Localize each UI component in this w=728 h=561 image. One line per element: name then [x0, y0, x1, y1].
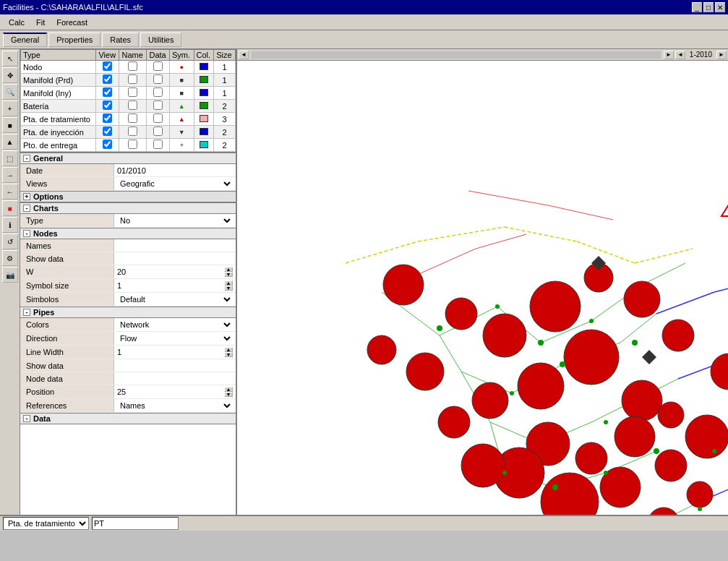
colors-select[interactable]: Network Flow Pressure	[117, 320, 233, 330]
cell-view[interactable]	[96, 126, 119, 139]
prop-symbol-size: Symbol size 1 ▲ ▼	[20, 279, 236, 293]
show-data-pipes-input[interactable]	[117, 361, 221, 370]
name-input[interactable]	[92, 517, 179, 530]
scroll-left-btn[interactable]: ◄	[239, 51, 249, 59]
zoom-tool[interactable]: 🔍	[2, 84, 18, 100]
data-checkbox[interactable]	[153, 74, 163, 84]
symbol-size-up[interactable]: ▲	[224, 280, 233, 286]
cell-data[interactable]	[147, 126, 170, 139]
line-width-up[interactable]: ▲	[224, 347, 233, 352]
cell-name[interactable]	[119, 87, 147, 100]
data-checkbox[interactable]	[153, 87, 163, 97]
tab-properties[interactable]: Properties	[48, 33, 100, 47]
cell-view[interactable]	[96, 100, 119, 113]
cell-data[interactable]	[147, 74, 170, 87]
network-view[interactable]	[237, 61, 728, 515]
cell-name[interactable]	[119, 126, 147, 139]
names-input[interactable]	[117, 241, 221, 250]
scroll-right-btn[interactable]: ►	[664, 51, 674, 59]
pointer-tool[interactable]: ↖	[2, 51, 18, 67]
symbol-size-down[interactable]: ▼	[224, 286, 233, 291]
cell-name[interactable]	[119, 61, 147, 74]
menu-forecast[interactable]: Forecast	[51, 15, 93, 30]
maximize-btn[interactable]: □	[703, 2, 714, 12]
cell-name[interactable]	[119, 100, 147, 113]
select-tool[interactable]: ⬚	[2, 150, 18, 166]
name-checkbox[interactable]	[128, 74, 137, 84]
view-checkbox[interactable]	[103, 87, 112, 97]
nav-next-btn[interactable]: ►	[716, 51, 727, 59]
table-row: Nodo ● 1	[21, 61, 236, 74]
position-down[interactable]: ▼	[224, 392, 233, 397]
w-down[interactable]: ▼	[224, 272, 233, 277]
cell-name[interactable]	[119, 139, 147, 152]
minimize-btn[interactable]: _	[692, 2, 702, 12]
cell-view[interactable]	[96, 74, 119, 87]
views-select[interactable]: Geografic Schematic	[117, 179, 233, 189]
name-checkbox[interactable]	[128, 140, 137, 149]
w-up[interactable]: ▲	[224, 267, 233, 272]
collapse-nodes[interactable]: -	[23, 230, 30, 237]
data-checkbox[interactable]	[153, 100, 163, 110]
view-checkbox[interactable]	[103, 100, 112, 110]
name-checkbox[interactable]	[128, 61, 137, 71]
name-checkbox[interactable]	[128, 127, 137, 136]
arrow-left-tool[interactable]: ←	[2, 184, 18, 200]
info-tool[interactable]: ℹ	[2, 217, 18, 233]
data-checkbox[interactable]	[153, 140, 163, 149]
arrow-right-tool[interactable]: →	[2, 167, 18, 183]
cell-view[interactable]	[96, 87, 119, 100]
name-checkbox[interactable]	[128, 100, 137, 110]
red-square-tool[interactable]: ■	[2, 200, 18, 216]
cell-data[interactable]	[147, 87, 170, 100]
nav-prev-btn[interactable]: ◄	[675, 51, 685, 59]
menu-calc[interactable]: Calc	[3, 15, 30, 30]
collapse-data[interactable]: -	[23, 415, 30, 422]
cell-view[interactable]	[96, 139, 119, 152]
tab-utilities[interactable]: Utilities	[140, 33, 181, 47]
rotate-tool[interactable]: ↺	[2, 234, 18, 249]
config-tool[interactable]: ⚙	[2, 250, 18, 266]
view-checkbox[interactable]	[103, 74, 112, 84]
view-checkbox[interactable]	[103, 61, 112, 71]
tab-general[interactable]: General	[3, 33, 47, 47]
close-btn[interactable]: ✕	[715, 2, 725, 12]
collapse-charts[interactable]: -	[23, 205, 30, 212]
direction-select[interactable]: Flow None Arrows	[117, 333, 233, 343]
position-up[interactable]: ▲	[224, 387, 233, 392]
pipe-tool[interactable]: ■	[2, 117, 18, 133]
cell-name[interactable]	[119, 74, 147, 87]
collapse-options[interactable]: +	[23, 193, 30, 200]
cell-data[interactable]	[147, 139, 170, 152]
collapse-general[interactable]: -	[23, 155, 30, 162]
simbolos-select[interactable]: Default Custom	[117, 294, 233, 304]
name-checkbox[interactable]	[128, 114, 137, 123]
cell-data[interactable]	[147, 113, 170, 126]
view-checkbox[interactable]	[103, 114, 112, 123]
svg-point-82	[632, 340, 638, 346]
view-checkbox[interactable]	[103, 127, 112, 136]
triangle-tool[interactable]: ▲	[2, 134, 18, 150]
data-checkbox[interactable]	[153, 114, 163, 123]
hand-tool[interactable]: ✥	[2, 67, 18, 83]
node-data-input[interactable]	[117, 374, 221, 383]
type-selector[interactable]: Pta. de tratamiento Nodo Manifold (Prd) …	[3, 517, 89, 530]
camera-tool[interactable]: 📷	[2, 267, 18, 283]
line-width-down[interactable]: ▼	[224, 352, 233, 357]
cell-name[interactable]	[119, 113, 147, 126]
cell-view[interactable]	[96, 61, 119, 74]
data-checkbox[interactable]	[153, 127, 163, 136]
show-data-nodes-input[interactable]	[117, 254, 221, 263]
name-checkbox[interactable]	[128, 87, 137, 97]
charts-type-select[interactable]: No Bars Pie	[117, 215, 233, 226]
references-select[interactable]: Names Numbers None	[117, 401, 233, 411]
cell-data[interactable]	[147, 61, 170, 74]
menu-fit[interactable]: Fit	[30, 15, 51, 30]
cell-data[interactable]	[147, 100, 170, 113]
add-node-tool[interactable]: +	[2, 100, 18, 116]
cell-view[interactable]	[96, 113, 119, 126]
view-checkbox[interactable]	[103, 140, 112, 149]
tab-rates[interactable]: Rates	[102, 33, 139, 47]
data-checkbox[interactable]	[153, 61, 163, 71]
collapse-pipes[interactable]: -	[23, 309, 30, 316]
